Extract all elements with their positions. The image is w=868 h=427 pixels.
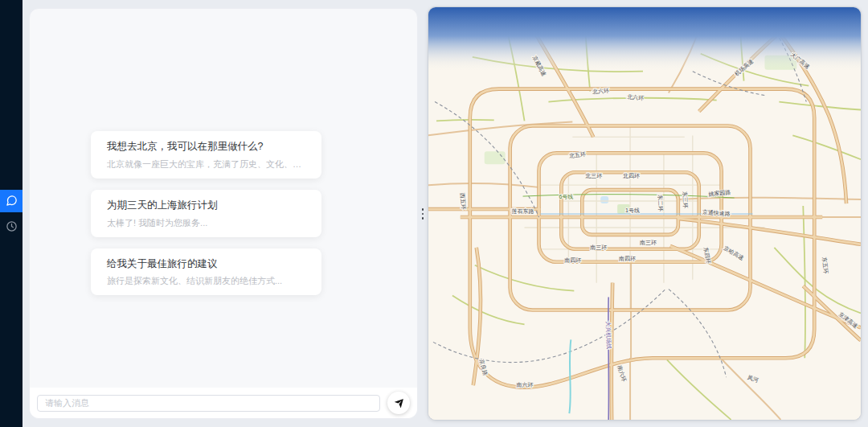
suggestion-desc: 太棒了! 我随时为您服务... bbox=[107, 217, 305, 229]
map-road-label: 北三环 bbox=[585, 173, 602, 179]
message-input[interactable] bbox=[37, 395, 380, 412]
suggestion-card-beijing[interactable]: 我想去北京，我可以在那里做什么? 北京就像一座巨大的宝库，充满了历史、文化、美食… bbox=[91, 131, 321, 179]
suggestion-desc: 旅行是探索新文化、结识新朋友的绝佳方式... bbox=[107, 275, 305, 287]
map-road-label: 1号线 bbox=[625, 207, 640, 213]
chat-panel: 我想去北京，我可以在那里做什么? 北京就像一座巨大的宝库，充满了历史、文化、美食… bbox=[29, 8, 418, 419]
map-road-label: 莲石东路 bbox=[512, 208, 534, 215]
map-road-label: 东二环 bbox=[657, 195, 664, 211]
suggestion-card-advice[interactable]: 给我关于最佳旅行的建议 旅行是探索新文化、结识新朋友的绝佳方式... bbox=[91, 248, 321, 296]
map-panel[interactable]: 大广高速北六环北六环京藏高速机场高速北五环北三环北四环西五环6号线1号线东二环东… bbox=[428, 6, 862, 421]
suggestion-desc: 北京就像一座巨大的宝库，充满了历史、文化、美食和自然风光... bbox=[107, 158, 305, 170]
map-road-label: 6号线 bbox=[559, 194, 573, 199]
map-road-label: 东三环 bbox=[682, 191, 689, 208]
suggestion-title: 我想去北京，我可以在那里做什么? bbox=[107, 139, 305, 154]
map-road-label: 南三环 bbox=[640, 240, 657, 245]
map-road-label: 南四环 bbox=[619, 256, 636, 262]
sidebar-item-chat[interactable] bbox=[0, 190, 23, 212]
suggestion-list: 我想去北京，我可以在那里做什么? 北京就像一座巨大的宝库，充满了历史、文化、美食… bbox=[91, 131, 321, 295]
chat-bubble-icon bbox=[6, 195, 18, 207]
suggestion-title: 给我关于最佳旅行的建议 bbox=[107, 257, 305, 272]
map-road-label: 南三环 bbox=[590, 244, 607, 250]
panel-resize-handle[interactable] bbox=[418, 203, 428, 225]
sidebar-item-history[interactable] bbox=[0, 216, 23, 238]
paper-plane-icon bbox=[394, 398, 404, 409]
map-road-label: 南四环 bbox=[564, 257, 581, 264]
send-button[interactable] bbox=[387, 392, 410, 414]
suggestion-title: 为期三天的上海旅行计划 bbox=[107, 198, 305, 213]
map-canvas[interactable]: 大广高速北六环北六环京藏高速机场高速北五环北三环北四环西五环6号线1号线东二环东… bbox=[428, 7, 861, 420]
sidebar bbox=[0, 0, 23, 427]
map-road-label: 北四环 bbox=[623, 173, 640, 179]
history-clock-icon bbox=[6, 220, 18, 232]
message-input-bar bbox=[30, 388, 417, 418]
map-road-label: 南六环 bbox=[517, 382, 534, 388]
map-sky-gradient bbox=[428, 7, 861, 72]
app-root: 我想去北京，我可以在那里做什么? 北京就像一座巨大的宝库，充满了历史、文化、美食… bbox=[0, 0, 868, 427]
suggestion-card-shanghai[interactable]: 为期三天的上海旅行计划 太棒了! 我随时为您服务... bbox=[91, 190, 321, 237]
